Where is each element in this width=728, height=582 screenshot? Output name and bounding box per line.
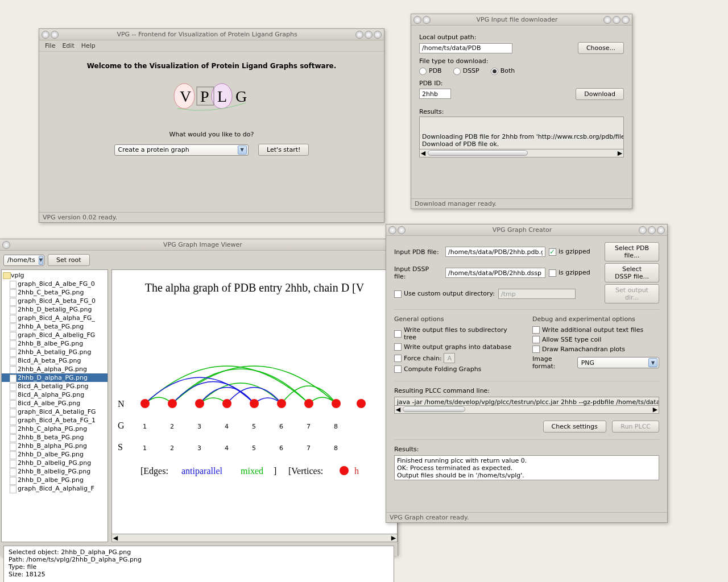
opt-folding-checkbox[interactable]: Compute Folding Graphs xyxy=(394,365,521,373)
svg-text:8: 8 xyxy=(334,444,338,452)
tree-folder[interactable]: vplg xyxy=(2,271,107,280)
tree-file[interactable]: graph_8icd_A_albelig_FG xyxy=(2,331,107,339)
choose-button[interactable]: Choose... xyxy=(578,42,624,54)
tree-file[interactable]: 2hhb_A_beta_PG.png xyxy=(2,322,107,331)
titlebar[interactable]: VPG Graph Image Viewer xyxy=(0,239,398,251)
pdb-gzip-checkbox[interactable]: is gzipped xyxy=(549,248,590,256)
close-icon[interactable] xyxy=(622,16,630,24)
radio-dssp[interactable]: DSSP xyxy=(453,67,479,75)
tree-file[interactable]: graph_8icd_A_beta_FG_0 xyxy=(2,297,107,305)
window-menu-icon[interactable] xyxy=(423,16,431,24)
svg-point-40 xyxy=(340,466,349,475)
titlebar[interactable]: VPG Input file downloader xyxy=(411,14,632,26)
h-scrollbar[interactable]: ◀▶ xyxy=(112,534,397,542)
radio-both[interactable]: Both xyxy=(491,67,515,75)
tree-file[interactable]: 2hhb_D_alpha_PG.png xyxy=(2,373,107,382)
dssp-gzip-checkbox[interactable]: is gzipped xyxy=(549,269,590,277)
tree-file[interactable]: 2hhb_B_albe_PG.png xyxy=(2,339,107,348)
svg-text:4: 4 xyxy=(225,423,229,430)
info-selected: Selected object: 2hhb_D_alpha_PG.png xyxy=(9,548,389,556)
set-outdir-button: Set output dir... xyxy=(605,284,659,304)
maximize-icon[interactable] xyxy=(365,31,373,39)
custom-outdir-checkbox[interactable]: Use custom output directory: xyxy=(394,290,495,298)
dssp-file-input[interactable] xyxy=(445,268,545,278)
maximize-icon[interactable] xyxy=(648,226,656,234)
tree-file[interactable]: 2hhb_D_albelig_PG.png xyxy=(2,459,107,467)
download-button[interactable]: Download xyxy=(576,88,624,100)
minimize-icon[interactable] xyxy=(603,16,611,24)
tree-file[interactable]: 2hhb_C_beta_PG.png xyxy=(2,288,107,297)
opt-rama-checkbox[interactable]: Draw Ramachandran plots xyxy=(532,346,659,353)
tree-file[interactable]: graph_8icd_A_alpha_FG_ xyxy=(2,314,107,322)
menu-file[interactable]: File xyxy=(45,42,55,49)
tree-file[interactable]: 2hhb_B_albelig_PG.png xyxy=(2,467,107,476)
check-settings-button[interactable]: Check settings xyxy=(543,421,606,433)
app-icon xyxy=(388,226,396,234)
minimize-icon[interactable] xyxy=(639,226,647,234)
run-plcc-button[interactable]: Run PLCC xyxy=(612,421,659,433)
pdbid-input[interactable] xyxy=(419,89,451,99)
tree-file[interactable]: graph_8icd_A_beta_FG_1 xyxy=(2,416,107,425)
setroot-button[interactable]: Set root xyxy=(48,254,90,266)
start-button[interactable]: Let's start! xyxy=(258,144,309,156)
pdb-file-input[interactable] xyxy=(445,247,545,257)
cmd-textarea[interactable]: java -jar /home/ts/develop/vplg/plcc/tes… xyxy=(394,397,659,406)
output-path-input[interactable] xyxy=(419,43,512,53)
window-menu-icon[interactable] xyxy=(398,226,406,234)
graph-canvas: The alpha graph of PDB entry 2hhb, chain… xyxy=(111,269,398,542)
tree-file[interactable]: 2hhb_A_alpha_PG.png xyxy=(2,365,107,373)
radio-pdb[interactable]: PDB xyxy=(419,67,442,75)
tree-file[interactable]: 8icd_A_beta_PG.png xyxy=(2,356,107,365)
results-textarea[interactable]: Downloading PDB file for 2hhb from 'http… xyxy=(419,117,624,149)
action-combo[interactable]: Create a protein graph ▼ xyxy=(114,144,249,156)
tree-file[interactable]: 2hhb_A_betalig_PG.png xyxy=(2,348,107,356)
select-pdb-button[interactable]: Select PDB file... xyxy=(605,242,659,261)
minimize-icon[interactable] xyxy=(355,31,363,39)
results-label: Results: xyxy=(394,446,659,453)
svg-point-9 xyxy=(195,399,204,408)
tree-file[interactable]: 2hhb_B_beta_PG.png xyxy=(2,433,107,442)
opt-db-checkbox[interactable]: Write output graphs into database xyxy=(394,343,521,351)
select-dssp-button[interactable]: Select DSSP file... xyxy=(605,263,659,282)
h-scrollbar[interactable]: ◀ ▶ xyxy=(419,149,624,157)
svg-text:6: 6 xyxy=(279,423,283,430)
tree-file[interactable]: 2hhb_B_alpha_PG.png xyxy=(2,442,107,450)
svg-text:4: 4 xyxy=(225,444,229,452)
svg-text:G: G xyxy=(118,421,125,430)
close-icon[interactable] xyxy=(374,31,382,39)
tree-file[interactable]: 2hhb_C_alpha_PG.png xyxy=(2,425,107,433)
close-icon[interactable] xyxy=(657,226,665,234)
tree-file[interactable]: 2hhb_D_albe_PG.png xyxy=(2,450,107,459)
svg-point-8 xyxy=(168,399,177,408)
tree-file[interactable]: 8icd_A_albe_PG.png xyxy=(2,399,107,408)
opt-coil-checkbox[interactable]: Allow SSE type coil xyxy=(532,336,659,343)
opt-subdir-checkbox[interactable]: Write output files to subdirectory tree xyxy=(394,326,521,341)
tree-file[interactable]: graph_8icd_A_albe_FG_0 xyxy=(2,280,107,288)
tree-file[interactable]: 2hhb_D_betalig_PG.png xyxy=(2,305,107,314)
svg-text:5: 5 xyxy=(252,423,256,430)
frontend-window: VPG -- Frontend for Visualization of Pro… xyxy=(39,28,384,223)
svg-text:1: 1 xyxy=(143,444,147,452)
titlebar[interactable]: VPG Graph Creator xyxy=(386,225,667,236)
tree-file[interactable]: graph_8icd_A_betalig_FG xyxy=(2,408,107,416)
opt-force-checkbox[interactable]: Force chain: xyxy=(394,353,521,363)
results-textarea[interactable]: Finished running plcc with return value … xyxy=(394,455,659,480)
svg-text:L: L xyxy=(217,88,227,105)
svg-text:P: P xyxy=(200,88,209,105)
window-menu-icon[interactable] xyxy=(51,31,59,39)
opt-addtxt-checkbox[interactable]: Write additional output text files xyxy=(532,326,659,334)
titlebar[interactable]: VPG -- Frontend for Visualization of Pro… xyxy=(39,29,384,40)
imgfmt-combo[interactable]: PNG ▼ xyxy=(577,357,659,368)
welcome-text: Welcome to the Visualization of Protein … xyxy=(47,62,376,70)
menu-help[interactable]: Help xyxy=(81,42,96,49)
tree-file[interactable]: 8icd_A_betalig_PG.png xyxy=(2,382,107,390)
menu-edit[interactable]: Edit xyxy=(62,42,74,49)
path-combo[interactable]: /home/ts ▼ xyxy=(3,255,44,266)
file-tree[interactable]: vplggraph_8icd_A_albe_FG_02hhb_C_beta_PG… xyxy=(1,269,108,542)
maximize-icon[interactable] xyxy=(613,16,621,24)
tree-file[interactable]: graph_8icd_A_alphalig_F xyxy=(2,484,107,493)
tree-file[interactable]: 8icd_A_alpha_PG.png xyxy=(2,390,107,399)
tree-file[interactable]: 2hhb_D_albe_PG.png xyxy=(2,476,107,484)
window-menu-icon[interactable] xyxy=(2,241,10,249)
h-scrollbar[interactable]: ◀▶ xyxy=(394,406,659,414)
